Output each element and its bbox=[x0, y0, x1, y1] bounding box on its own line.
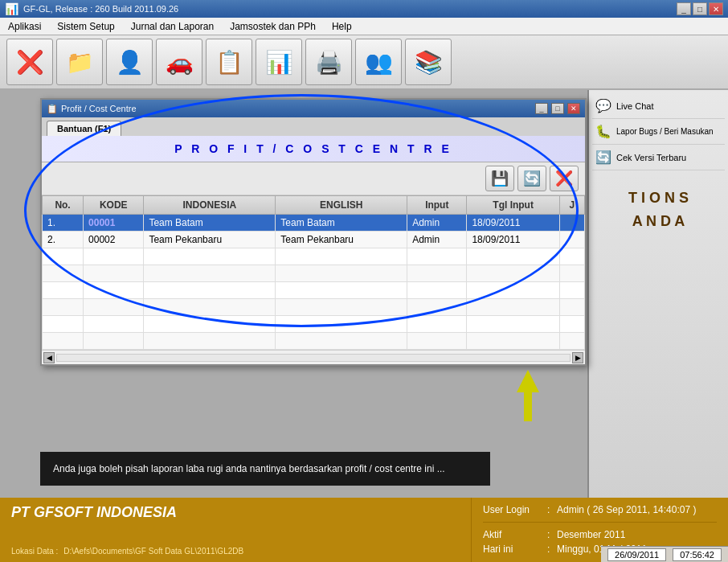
scroll-right-btn[interactable]: ▶ bbox=[572, 352, 583, 363]
toolbar-books-btn[interactable]: 📚 bbox=[405, 39, 452, 85]
close-button[interactable]: ✕ bbox=[709, 2, 723, 15]
col-tgl-input: Tgl Input bbox=[467, 196, 559, 215]
dialog-cancel-btn[interactable]: ❌ bbox=[550, 166, 579, 191]
menu-help[interactable]: Help bbox=[324, 19, 360, 34]
live-chat-label: Live Chat bbox=[616, 101, 653, 111]
refresh-icon: 🔄 bbox=[595, 150, 611, 165]
cell-input: Admin bbox=[407, 232, 467, 248]
location-path: D:\Aefs\Documents\GF Soft Data GL\2011\G… bbox=[63, 547, 243, 556]
cell-english: Team Batam bbox=[276, 215, 407, 232]
dialog-refresh-btn[interactable]: 🔄 bbox=[517, 166, 546, 191]
check-version-label: Cek Versi Terbaru bbox=[616, 153, 686, 162]
status-date: 26/09/2011 bbox=[607, 548, 666, 561]
right-panel: 💬 Live Chat 🐛 Lapor Bugs / Beri Masukan … bbox=[587, 90, 728, 498]
table-row-empty bbox=[43, 282, 585, 299]
col-indonesia: INDONESIA bbox=[144, 196, 276, 215]
scroll-track[interactable] bbox=[56, 354, 571, 362]
data-table: No. KODE INDONESIA ENGLISH Input Tgl Inp… bbox=[42, 195, 585, 350]
bug-icon: 🐛 bbox=[595, 124, 611, 139]
cell-kode: 00001 bbox=[84, 215, 144, 232]
cell-tgl-input: 18/09/2011 bbox=[467, 215, 559, 232]
horizontal-scrollbar[interactable]: ◀ ▶ bbox=[42, 350, 585, 364]
cell-j bbox=[559, 232, 584, 248]
menu-aplikasi[interactable]: Aplikasi bbox=[0, 19, 49, 34]
dialog-icon: 📋 bbox=[47, 104, 58, 114]
title-bar: 📊 GF-GL, Release : 260 Build 2011.09.26 … bbox=[0, 0, 728, 18]
col-english: ENGLISH bbox=[276, 196, 407, 215]
panel-big-text: T I O N S A N D A bbox=[592, 170, 725, 249]
cell-indonesia: Team Batam bbox=[144, 215, 276, 232]
user-label: User Login bbox=[483, 504, 547, 515]
dialog-title: Profit / Cost Centre bbox=[61, 104, 532, 113]
arrow-shaft bbox=[524, 392, 532, 421]
panel-text-2: A N D A bbox=[595, 210, 722, 233]
toolbar-vehicle-btn[interactable]: 🚗 bbox=[156, 39, 202, 85]
bug-report-label: Lapor Bugs / Beri Masukan bbox=[616, 127, 714, 136]
live-chat-item[interactable]: 💬 Live Chat bbox=[592, 93, 725, 119]
cell-j bbox=[559, 215, 584, 232]
maximize-button[interactable]: □ bbox=[693, 2, 707, 15]
dialog-close-btn[interactable]: ✕ bbox=[567, 103, 580, 114]
cell-input: Admin bbox=[407, 215, 467, 232]
app-title: GF-GL, Release : 260 Build 2011.09.26 bbox=[23, 4, 672, 14]
table-row[interactable]: 2. 00002 Team Pekanbaru Team Pekanbaru A… bbox=[43, 232, 585, 248]
cell-no: 1. bbox=[43, 215, 84, 232]
main-toolbar: ❌ 📁 👤 🚗 📋 📊 🖨️ 👥 📚 bbox=[0, 35, 728, 90]
dialog-window: 📋 Profit / Cost Centre _ □ ✕ Bantuan (F1… bbox=[40, 98, 587, 366]
dialog-save-btn[interactable]: 💾 bbox=[485, 166, 514, 191]
aktif-label: Aktif bbox=[483, 529, 547, 540]
dialog-title-bar: 📋 Profit / Cost Centre _ □ ✕ bbox=[42, 100, 585, 117]
chat-icon: 💬 bbox=[595, 98, 611, 113]
tooltip-text: Anda juga boleh pisah laporan laba rugi … bbox=[53, 463, 445, 474]
footer-aktif-row: Aktif : Desember 2011 bbox=[483, 529, 717, 540]
footer-user-row: User Login : Admin ( 26 Sep 2011, 14:40:… bbox=[483, 504, 717, 515]
data-table-container: No. KODE INDONESIA ENGLISH Input Tgl Inp… bbox=[42, 195, 585, 350]
tooltip-box: Anda juga boleh pisah laporan laba rugi … bbox=[40, 452, 490, 486]
col-kode: KODE bbox=[84, 196, 144, 215]
tab-bantuan[interactable]: Bantuan (F1) bbox=[47, 121, 121, 136]
toolbar-users-btn[interactable]: 👥 bbox=[355, 39, 402, 85]
toolbar-open-btn[interactable]: 📁 bbox=[56, 39, 103, 85]
table-row[interactable]: 1. 00001 Team Batam Team Batam Admin 18/… bbox=[43, 215, 585, 232]
menu-jamsostek[interactable]: Jamsostek dan PPh bbox=[222, 19, 324, 34]
toolbar-user-btn[interactable]: 👤 bbox=[106, 39, 153, 85]
minimize-button[interactable]: _ bbox=[677, 2, 691, 15]
scroll-left-btn[interactable]: ◀ bbox=[43, 352, 55, 363]
menu-jurnal[interactable]: Jurnal dan Laporan bbox=[123, 19, 222, 34]
cell-english: Team Pekanbaru bbox=[276, 232, 407, 248]
panel-text-1: T I O N S bbox=[595, 187, 722, 210]
dialog-tabs: Bantuan (F1) bbox=[42, 117, 585, 136]
dialog-maximize-btn[interactable]: □ bbox=[551, 103, 564, 114]
company-name: PT GFSOFT INDONESIA bbox=[11, 504, 460, 521]
check-version-item[interactable]: 🔄 Cek Versi Terbaru bbox=[592, 145, 725, 170]
table-row-empty bbox=[43, 248, 585, 265]
cell-tgl-input: 18/09/2011 bbox=[467, 232, 559, 248]
main-area: 💬 Live Chat 🐛 Lapor Bugs / Beri Masukan … bbox=[0, 90, 728, 498]
hari-label: Hari ini bbox=[483, 544, 547, 555]
location-label: Lokasi Data : bbox=[11, 547, 58, 556]
status-bar: 26/09/2011 07:56:42 bbox=[601, 546, 728, 562]
arrow-head bbox=[517, 370, 539, 392]
cell-indonesia: Team Pekanbaru bbox=[144, 232, 276, 248]
toolbar-close-btn[interactable]: ❌ bbox=[6, 39, 53, 85]
col-input: Input bbox=[407, 196, 467, 215]
table-row-empty bbox=[43, 265, 585, 282]
aktif-value: Desember 2011 bbox=[557, 529, 625, 540]
table-row-empty bbox=[43, 316, 585, 333]
window-controls: _ □ ✕ bbox=[677, 2, 723, 15]
menu-sistem-setup[interactable]: Sistem Setup bbox=[49, 19, 122, 34]
bug-report-item[interactable]: 🐛 Lapor Bugs / Beri Masukan bbox=[592, 119, 725, 145]
menu-bar: Aplikasi Sistem Setup Jurnal dan Laporan… bbox=[0, 18, 728, 35]
footer-location: Lokasi Data : D:\Aefs\Documents\GF Soft … bbox=[11, 547, 460, 556]
table-row-empty bbox=[43, 299, 585, 316]
dialog-minimize-btn[interactable]: _ bbox=[535, 103, 548, 114]
toolbar-clipboard-btn[interactable]: 📋 bbox=[206, 39, 252, 85]
toolbar-print-btn[interactable]: 🖨️ bbox=[305, 39, 352, 85]
table-header-row: No. KODE INDONESIA ENGLISH Input Tgl Inp… bbox=[43, 196, 585, 215]
toolbar-chart-btn[interactable]: 📊 bbox=[256, 39, 302, 85]
user-value: Admin ( 26 Sep 2011, 14:40:07 ) bbox=[557, 504, 696, 515]
footer-left: PT GFSOFT INDONESIA Lokasi Data : D:\Aef… bbox=[0, 498, 471, 562]
app-icon: 📊 bbox=[5, 2, 18, 15]
status-time: 07:56:42 bbox=[673, 548, 722, 561]
cell-kode: 00002 bbox=[84, 232, 144, 248]
